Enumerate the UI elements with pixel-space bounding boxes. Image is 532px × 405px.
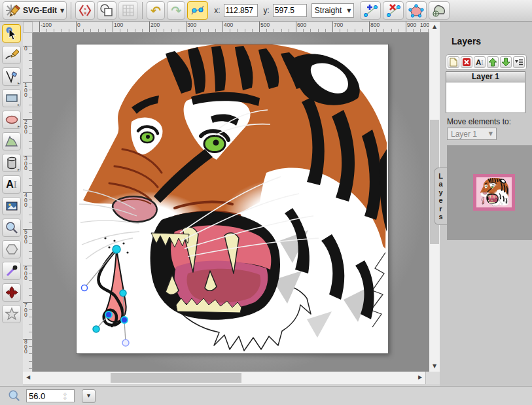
ellipse-tool[interactable]: ▸	[2, 111, 21, 129]
ruler-label: 0	[77, 22, 80, 28]
zoom-tool[interactable]	[2, 219, 21, 237]
zoom-spinner[interactable]: ◇ ◇	[62, 392, 68, 400]
svg-canvas[interactable]	[77, 44, 388, 353]
path-edit-overlay[interactable]	[77, 44, 388, 353]
undo-button[interactable]: ↶	[147, 1, 165, 20]
cylinder-icon	[5, 156, 19, 170]
link-control-points-toggle[interactable]	[187, 1, 208, 20]
delete-layer-icon	[462, 58, 471, 67]
curve-nodes-icon	[190, 3, 205, 18]
ruler-label: 700	[334, 22, 343, 28]
ruler-corner	[23, 22, 33, 33]
line-tool[interactable]: ▸	[2, 67, 21, 86]
polygon-tool[interactable]	[2, 240, 21, 258]
horizontal-scrollbar[interactable]: ◀ ▶	[23, 372, 425, 384]
zoom-magnifier-icon	[8, 389, 21, 402]
tiger-thumbnail-artwork	[478, 178, 510, 207]
ruler-label: 900	[407, 22, 416, 28]
canvas-workspace[interactable]	[33, 33, 429, 372]
svg-text:g: g	[84, 10, 86, 14]
layers-panel-tab[interactable]: Layers	[434, 167, 447, 225]
layer-menu-button[interactable]	[513, 56, 525, 68]
hexagon-icon	[5, 242, 19, 256]
move-elements-select[interactable]: Layer 1 ▼	[447, 128, 497, 140]
ruler-label: 1000	[420, 22, 429, 28]
text-tool[interactable]: A I	[2, 175, 21, 194]
segment-type-value: Straight	[315, 6, 342, 15]
x-coordinate-input[interactable]	[224, 4, 258, 17]
scroll-up-arrow[interactable]: ▲	[429, 22, 440, 32]
rename-layer-button[interactable]: AI	[474, 56, 486, 68]
wireframe-button[interactable]	[97, 1, 116, 20]
path-node[interactable]	[93, 326, 99, 332]
image-tool[interactable]	[2, 197, 21, 215]
ruler-label: 800	[24, 340, 30, 355]
connector-tool[interactable]	[2, 283, 21, 302]
open-close-path-button[interactable]	[406, 1, 427, 20]
layer-row[interactable]: Layer 1	[446, 72, 525, 82]
scrollbar-corner	[425, 372, 440, 384]
ruler-label: 500	[24, 230, 30, 245]
bottom-bar: ◇ ◇ ▼	[0, 386, 532, 405]
logo-label: SVG-Edit	[23, 6, 57, 15]
delete-layer-button[interactable]	[461, 56, 472, 68]
path-node[interactable]	[121, 317, 128, 323]
select-tool[interactable]	[2, 24, 21, 43]
pencil-tool[interactable]	[2, 46, 21, 64]
shape-library-tool[interactable]: ▸	[2, 154, 21, 172]
arrow-up-icon	[488, 58, 497, 67]
convert-to-path-button[interactable]	[429, 1, 450, 20]
ruler-label: 200	[24, 120, 30, 135]
rectangle-icon	[5, 91, 19, 105]
zoom-level-control[interactable]: ◇ ◇	[26, 389, 75, 402]
scroll-right-arrow[interactable]: ▶	[415, 372, 425, 383]
add-node-button[interactable]	[360, 1, 381, 20]
redo-icon: ↷	[171, 3, 181, 18]
grid-button[interactable]	[118, 1, 138, 20]
zoom-level-input[interactable]	[27, 391, 62, 401]
move-layer-down-button[interactable]	[500, 56, 512, 68]
ruler-label: 800	[370, 22, 380, 28]
canvas-thumbnail[interactable]	[473, 174, 515, 211]
new-layer-button[interactable]	[448, 56, 459, 68]
x-coordinate-label: x:	[214, 6, 220, 15]
layers-panel-tab-label: Layers	[438, 172, 444, 221]
convert-to-path-icon	[431, 3, 447, 18]
path-tool[interactable]	[2, 132, 21, 150]
layer-menu-icon	[514, 58, 523, 67]
horizontal-scrollbar-thumb[interactable]	[111, 373, 241, 383]
ruler-label: 400	[24, 193, 30, 208]
ruler-label: 200	[151, 22, 160, 28]
move-elements-value: Layer 1	[451, 130, 477, 139]
zoom-preset-dropdown[interactable]: ▼	[82, 389, 96, 403]
source-editor-button[interactable]: s g	[75, 1, 95, 20]
ellipse-icon	[5, 113, 19, 127]
text-cursor-glyph: I	[14, 179, 17, 190]
eyedropper-tool[interactable]	[2, 262, 21, 280]
scroll-left-arrow[interactable]: ◀	[23, 372, 33, 383]
rectangle-tool[interactable]: ▸	[2, 89, 21, 107]
pencil-icon	[5, 48, 19, 62]
path-control-handle[interactable]	[82, 285, 88, 291]
layer-list[interactable]: Layer 1	[446, 71, 525, 113]
menu-dropdown-arrow-icon: ▼	[60, 8, 64, 14]
svgedit-logo-icon	[5, 3, 21, 18]
path-node-selected[interactable]	[113, 245, 120, 253]
main-menu-button[interactable]: SVG-Edit ▼	[3, 1, 67, 20]
line-pen-icon	[5, 69, 19, 84]
layers-panel: Layers AI	[440, 22, 532, 386]
zoom-spinner-down-icon[interactable]: ◇	[63, 396, 67, 400]
path-node[interactable]	[105, 311, 112, 318]
y-coordinate-input[interactable]	[273, 4, 307, 17]
scroll-down-arrow[interactable]: ▼	[429, 361, 440, 372]
move-layer-up-button[interactable]	[487, 56, 499, 68]
y-coordinate-label: y:	[264, 6, 270, 15]
ruler-label: 700	[24, 303, 30, 318]
segment-type-select[interactable]: Straight ▼	[311, 3, 355, 18]
path-control-handle[interactable]	[122, 340, 129, 346]
path-node[interactable]	[120, 290, 126, 296]
redo-button[interactable]: ↷	[167, 1, 185, 20]
delete-node-button[interactable]	[383, 1, 404, 20]
star-tool[interactable]	[2, 305, 21, 323]
toolbar-divider	[142, 2, 143, 19]
